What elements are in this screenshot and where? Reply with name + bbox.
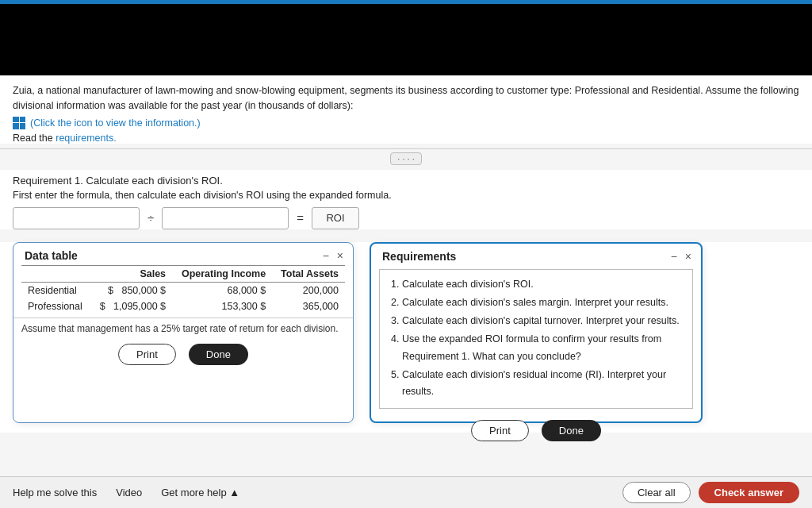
bottom-right: Clear all Check answer <box>622 482 799 503</box>
req-list: Calculate each division's ROI.Calculate … <box>389 276 683 401</box>
cell-assets: 200,000 <box>272 282 345 298</box>
help-link[interactable]: Help me solve this <box>13 487 97 498</box>
divider-row: · · · · <box>0 148 812 165</box>
req-done-button[interactable]: Done <box>542 420 601 441</box>
data-done-button[interactable]: Done <box>189 344 248 365</box>
req-panel-controls: − × <box>669 251 693 262</box>
cell-operating: 153,300 $ <box>172 298 272 314</box>
more-help-link[interactable]: Get more help ▲ <box>161 487 239 498</box>
col-sales: Sales <box>90 265 172 282</box>
col-assets: Total Assets <box>272 265 345 282</box>
check-answer-button[interactable]: Check answer <box>699 482 799 503</box>
formula-result-label: ROI <box>312 207 359 229</box>
main-content: Zuia, a national manufacturer of lawn-mo… <box>0 75 812 144</box>
requirements-panel: Requirements − × Calculate each division… <box>370 242 703 423</box>
icon-link-text[interactable]: (Click the icon to view the information.… <box>30 117 201 129</box>
req-label: Requirement 1. <box>13 175 83 187</box>
clear-all-button[interactable]: Clear all <box>622 482 691 503</box>
description-text: Zuia, a national manufacturer of lawn-mo… <box>13 83 799 114</box>
req-panel-close[interactable]: × <box>684 251 693 262</box>
video-link[interactable]: Video <box>116 487 142 498</box>
bottom-left: Help me solve this Video Get more help ▲ <box>13 487 239 498</box>
req-panel-header: Requirements − × <box>371 244 701 266</box>
collapse-button[interactable]: · · · · <box>390 152 421 165</box>
data-panel-controls: − × <box>321 250 345 261</box>
req-list-item: Calculate each division's capital turnov… <box>402 313 683 329</box>
cell-division: Professional <box>21 298 90 314</box>
data-note: Assume that management has a 25% target … <box>13 318 353 336</box>
data-panel-title: Data table <box>25 249 78 262</box>
req-panel-buttons: Print Done <box>371 412 701 448</box>
formula-operator: ÷ <box>147 211 154 225</box>
req-list-item: Calculate each division's ROI. <box>402 276 683 293</box>
data-print-button[interactable]: Print <box>118 344 176 365</box>
req-print-button[interactable]: Print <box>471 420 529 441</box>
top-bar <box>0 0 812 75</box>
req-subtitle: First enter the formula, then calculate … <box>13 190 799 201</box>
req-list-item: Calculate each division's sales margin. … <box>402 294 683 311</box>
requirements-link[interactable]: requirements. <box>56 133 116 144</box>
req-title-text: Calculate each division's ROI. <box>86 175 223 187</box>
table-row: Professional $ 1,095,000 $ 153,300 $ 365… <box>21 298 345 314</box>
req-panel-title: Requirements <box>382 250 456 263</box>
requirement-section: Requirement 1. Calculate each division's… <box>0 170 812 229</box>
table-row: Residential $ 850,000 $ 68,000 $ 200,000 <box>21 282 345 298</box>
req-list-item: Use the expanded ROI formula to confirm … <box>402 331 683 365</box>
cell-sales: $ 1,095,000 $ <box>90 298 172 314</box>
read-text: Read the <box>13 133 53 144</box>
cell-sales: $ 850,000 $ <box>90 282 172 298</box>
formula-equals: = <box>297 211 304 225</box>
req-panel-minimize[interactable]: − <box>669 251 679 262</box>
grid-icon[interactable] <box>13 117 25 129</box>
req-list-box: Calculate each division's ROI.Calculate … <box>379 269 693 410</box>
data-panel-minimize[interactable]: − <box>321 250 331 261</box>
top-bar-accent <box>0 0 812 4</box>
table-wrapper: Sales Operating Income Total Assets Resi… <box>13 265 353 314</box>
requirement-title: Requirement 1. Calculate each division's… <box>13 175 799 187</box>
data-panel-buttons: Print Done <box>13 336 353 371</box>
panels-area: Data table − × Sales Operating Income To… <box>0 242 812 433</box>
col-operating: Operating Income <box>172 265 272 282</box>
data-panel-close[interactable]: × <box>335 250 345 261</box>
col-division <box>21 265 90 282</box>
data-panel: Data table − × Sales Operating Income To… <box>13 242 354 423</box>
data-table: Sales Operating Income Total Assets Resi… <box>21 265 345 314</box>
read-req-line: Read the requirements. <box>13 133 799 144</box>
formula-input-1[interactable] <box>13 207 140 229</box>
formula-input-2[interactable] <box>162 207 289 229</box>
cell-operating: 68,000 $ <box>172 282 272 298</box>
bottom-bar: Help me solve this Video Get more help ▲… <box>0 476 812 508</box>
req-list-item: Calculate each division's residual incom… <box>402 367 683 401</box>
formula-row: ÷ = ROI <box>13 207 799 229</box>
cell-assets: 365,000 <box>272 298 345 314</box>
icon-link-row: (Click the icon to view the information.… <box>13 117 799 129</box>
data-panel-header: Data table − × <box>13 243 353 265</box>
cell-division: Residential <box>21 282 90 298</box>
